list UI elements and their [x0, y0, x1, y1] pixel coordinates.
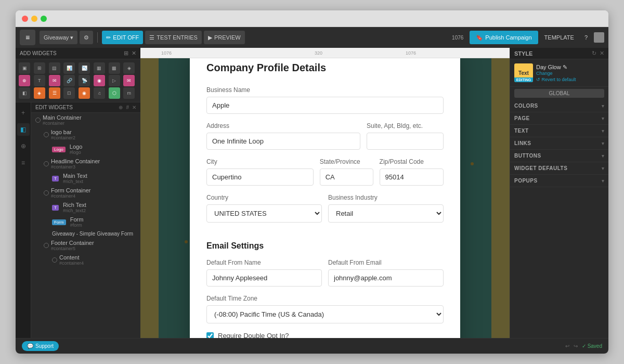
country-select[interactable]: UNITED STATES CANADA UNITED KINGDOM AUST… — [206, 204, 322, 223]
tree-item-rich-text[interactable]: T Rich Text #rich_text2 — [31, 200, 140, 215]
tree-item-headline-container[interactable]: Headline Container #container3 — [31, 157, 140, 171]
widget-item[interactable]: ◉ — [94, 75, 105, 86]
redo-button[interactable]: ↪ — [574, 343, 578, 349]
suite-input[interactable] — [367, 133, 444, 150]
maximize-button[interactable] — [41, 16, 47, 22]
widget-item[interactable]: m — [123, 87, 135, 99]
change-link[interactable]: Change — [536, 71, 604, 76]
widget-item[interactable]: 📡 — [79, 75, 90, 86]
close-panel-icon[interactable]: ✕ — [132, 105, 136, 110]
widget-item[interactable]: T — [34, 75, 45, 86]
widget-item[interactable]: ▣ — [19, 62, 30, 74]
close-icon[interactable]: ✕ — [132, 50, 136, 57]
widget-item[interactable]: ▩ — [109, 62, 120, 74]
city-input[interactable] — [206, 168, 314, 186]
address-input[interactable] — [206, 133, 360, 150]
tree-item-form-container[interactable]: Form Container #container4 — [31, 186, 140, 200]
widget-item[interactable]: ⊞ — [34, 62, 45, 74]
grid-icon[interactable]: ⊞ — [124, 50, 128, 57]
revert-link[interactable]: ↺ Revert to default — [536, 77, 604, 82]
city-label: City — [206, 158, 314, 165]
widget-item[interactable]: ⊡ — [63, 87, 75, 99]
publish-campaign-button[interactable]: 🔖 Publish Campaign — [470, 31, 538, 44]
text-section-header[interactable]: TEXT ▾ — [510, 125, 608, 137]
business-name-input[interactable] — [206, 97, 444, 114]
preview-button[interactable]: ▶ PREVIEW — [204, 31, 245, 44]
colors-section-header[interactable]: COLORS ▾ — [510, 100, 608, 112]
edit-off-button[interactable]: ✏ EDIT OFF — [102, 31, 143, 44]
mini-nav-tune[interactable]: ≡ — [17, 157, 30, 169]
tree-item-giveaway-form[interactable]: Giveaway - Simple Giveaway Form — [31, 229, 140, 238]
tree-item-logo-bar[interactable]: logo bar #container2 — [31, 127, 140, 142]
city-group: City — [206, 158, 314, 186]
tree-item-form[interactable]: Form Form #form — [31, 215, 140, 229]
refresh-icon[interactable]: ↻ — [592, 50, 596, 57]
from-row: Default From Name Default From Email — [206, 259, 444, 295]
widget-defaults-section-header[interactable]: WIDGET DEFAULTS ▾ — [510, 162, 608, 174]
widget-item[interactable]: 🔗 — [63, 75, 75, 86]
chevron-down-icon: ▾ — [602, 103, 605, 109]
from-email-input[interactable] — [328, 269, 444, 287]
chevron-down-icon: ▾ — [602, 153, 605, 159]
mini-nav-plus[interactable]: + — [17, 107, 30, 119]
tree-item-footer-container[interactable]: Footer Container #container5 — [31, 238, 140, 253]
widget-item[interactable]: 📊 — [63, 62, 75, 74]
widget-item[interactable]: ▷ — [109, 75, 120, 86]
widget-item[interactable]: ◈ — [34, 87, 45, 99]
mini-nav-layers[interactable]: ◧ — [17, 123, 30, 136]
widget-item[interactable]: ◧ — [19, 87, 30, 99]
widget-item[interactable]: ✉ — [49, 75, 60, 86]
ruler-mark-320: 320 — [315, 50, 322, 56]
add-icon[interactable]: ⊕ — [119, 105, 123, 110]
global-button[interactable]: GLOBAL — [514, 89, 604, 98]
widget-item[interactable]: ⊕ — [19, 75, 30, 86]
edit-widgets-panel: EDIT WIDGETS ⊕ # ✕ Main Container — [31, 102, 140, 338]
widget-item[interactable]: 📉 — [79, 62, 90, 74]
right-sidebar: STYLE ↻ ✕ Text EDITING Day Glow ✎ — [510, 48, 608, 338]
tree-item-main-container[interactable]: Main Container #container — [31, 113, 140, 127]
widget-item[interactable]: ▦ — [94, 62, 105, 74]
mini-nav-settings[interactable]: ⊕ — [17, 140, 30, 152]
popups-section-header[interactable]: POPUPS ▾ — [510, 175, 608, 187]
tree-item-logo[interactable]: Logo Logo #logo — [31, 142, 140, 157]
from-name-input[interactable] — [206, 269, 322, 287]
timezone-select[interactable]: (-08:00) Pacific Time (US & Canada) (-07… — [206, 305, 444, 323]
links-section-header[interactable]: LINKS ▾ — [510, 137, 608, 149]
undo-button[interactable]: ↩ — [565, 343, 569, 349]
address-row: Address Suite, Apt, Bldg, etc. — [206, 122, 444, 158]
timezone-group: Default Time Zone (-08:00) Pacific Time … — [206, 295, 444, 323]
giveaway-dropdown[interactable]: Giveaway ▾ — [40, 31, 77, 44]
hash-icon[interactable]: # — [126, 105, 129, 110]
test-entries-button[interactable]: ☰ TEST ENTRIES — [145, 31, 202, 44]
template-button[interactable]: TEMPLATE — [540, 32, 578, 43]
widget-item[interactable]: ✉ — [123, 75, 135, 86]
close-button[interactable] — [22, 16, 28, 22]
settings-button[interactable]: ⚙ — [80, 31, 93, 44]
help-button[interactable]: ? — [580, 32, 592, 43]
minimize-button[interactable] — [31, 16, 37, 22]
close-right-icon[interactable]: ✕ — [600, 50, 604, 57]
widget-item[interactable]: ◈ — [123, 62, 135, 74]
widget-item[interactable]: ◉ — [79, 87, 90, 99]
color-swatch[interactable] — [594, 32, 604, 43]
tree-item-content[interactable]: Content #container4 — [31, 253, 140, 267]
popups-section: POPUPS ▾ — [510, 175, 608, 187]
zip-input[interactable] — [380, 168, 444, 186]
industry-select[interactable]: Retail Technology Healthcare Finance Edu… — [328, 204, 444, 223]
page-section-header[interactable]: PAGE ▾ — [510, 112, 608, 124]
support-button[interactable]: 💬 Support — [22, 341, 59, 351]
chevron-down-icon: ▾ — [602, 166, 605, 171]
canvas-ruler: 1076 1076 320 — [140, 48, 510, 58]
form-badge: Form — [52, 219, 66, 225]
text-section: TEXT ▾ — [510, 125, 608, 137]
bottom-right: ↩ ↪ ✓ Saved — [565, 343, 602, 349]
buttons-section-header[interactable]: BUTTONS ▾ — [510, 150, 608, 162]
widget-item[interactable]: ▤ — [49, 62, 60, 74]
double-opt-in-checkbox[interactable] — [206, 332, 214, 339]
state-input[interactable] — [320, 168, 373, 186]
tree-item-main-text[interactable]: T Main Text #rich_text — [31, 171, 140, 186]
widget-item[interactable]: ⬡ — [109, 87, 120, 99]
widget-item[interactable]: ♫ — [94, 87, 105, 99]
ruler-mark-1076: 1076 — [161, 50, 172, 56]
widget-item[interactable]: ☰ — [49, 87, 60, 99]
